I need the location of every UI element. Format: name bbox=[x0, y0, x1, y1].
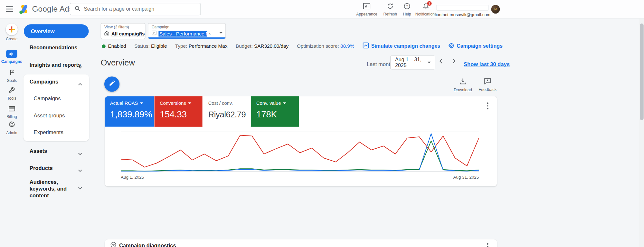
active-field-underline bbox=[148, 37, 225, 39]
campaigns-icon bbox=[6, 50, 17, 58]
feedback-button[interactable]: Feedback bbox=[478, 78, 497, 92]
scorecard-cost-per-conv[interactable]: Cost / conv. Riyal62.79 bbox=[203, 96, 251, 126]
campaign-list-icon bbox=[152, 30, 156, 36]
caret-down-icon bbox=[188, 103, 191, 104]
create-button[interactable]: Create bbox=[0, 24, 24, 41]
scorecard-actual-roas[interactable]: Actual ROAS 1,839.89% bbox=[105, 96, 154, 126]
settings-gear-icon bbox=[449, 43, 454, 50]
next-period-button[interactable] bbox=[452, 58, 456, 65]
download-icon bbox=[459, 78, 466, 86]
global-search[interactable] bbox=[70, 3, 201, 15]
billing-icon bbox=[8, 106, 15, 113]
rail-item-admin[interactable]: Admin bbox=[0, 121, 24, 135]
overview-chart-card: Actual ROAS 1,839.89% Conversions 154.33… bbox=[105, 96, 497, 186]
chevron-down-icon bbox=[78, 183, 82, 191]
period-label: Last month bbox=[367, 61, 393, 67]
main-menu-button[interactable] bbox=[6, 6, 13, 14]
chart-line-conv-value bbox=[121, 141, 479, 171]
x-axis-end-label: Aug 31, 2025 bbox=[430, 174, 479, 179]
caret-down-icon bbox=[139, 32, 142, 34]
campaign-selector-dropdown[interactable]: Campaign Sales - Performance Max › bbox=[148, 23, 226, 39]
overview-chart-svg bbox=[121, 132, 479, 172]
overview-chart-plot bbox=[121, 132, 479, 172]
optimization-score-field: Optimization score: 88.9% bbox=[297, 43, 355, 49]
view-filter-dropdown[interactable]: View (2 filters) All campaigns bbox=[100, 23, 145, 39]
avatar[interactable]: M bbox=[491, 5, 500, 14]
caret-down-icon bbox=[428, 62, 431, 63]
refresh-button[interactable]: Refresh bbox=[381, 2, 399, 17]
subnav-group-campaigns[interactable]: Campaigns bbox=[30, 79, 58, 85]
account-email: contact.mosawik@gmail.com bbox=[434, 12, 491, 17]
top-bar: Google Ads Appearance Refresh ? Help bbox=[0, 0, 644, 18]
subnav-item-audiences[interactable]: Audiences, keywords, and content bbox=[30, 179, 76, 199]
simulate-icon bbox=[363, 42, 369, 50]
appearance-button[interactable]: Appearance bbox=[354, 2, 379, 17]
diagnostics-more-options-button[interactable] bbox=[486, 242, 489, 247]
search-icon bbox=[74, 5, 80, 13]
rail-item-campaigns[interactable]: Campaigns bbox=[0, 50, 24, 64]
chevron-down-icon bbox=[78, 63, 82, 70]
chevron-up-icon bbox=[78, 80, 82, 87]
admin-gear-icon bbox=[8, 121, 15, 129]
left-rail: Create Campaigns Goals Tools Billing bbox=[0, 18, 24, 247]
simulate-campaign-changes-link[interactable]: Simulate campaign changes bbox=[363, 42, 440, 50]
chevron-down-icon bbox=[78, 166, 82, 173]
caret-down-icon bbox=[140, 103, 143, 104]
scorecard-row: Actual ROAS 1,839.89% Conversions 154.33… bbox=[105, 96, 299, 126]
appearance-icon bbox=[363, 3, 371, 11]
goals-icon bbox=[9, 69, 14, 77]
help-button[interactable]: ? Help bbox=[400, 2, 414, 17]
budget-field: Budget: SAR320.00/day bbox=[236, 43, 289, 49]
hamburger-icon bbox=[6, 6, 13, 13]
type-field: Type: Performance Max bbox=[175, 43, 228, 49]
svg-text:?: ? bbox=[406, 4, 408, 8]
scorecard-conversions[interactable]: Conversions 154.33 bbox=[154, 96, 203, 126]
rail-item-tools[interactable]: Tools bbox=[0, 87, 24, 100]
subnav-item-campaigns[interactable]: Campaigns bbox=[34, 95, 61, 102]
google-ads-logo-icon[interactable] bbox=[19, 4, 30, 16]
page-title: Overview bbox=[100, 58, 135, 67]
feedback-icon bbox=[484, 78, 491, 86]
home-icon bbox=[104, 31, 109, 37]
rail-item-goals[interactable]: Goals bbox=[0, 69, 24, 83]
help-icon: ? bbox=[404, 3, 410, 11]
subnav-item-insights[interactable]: Insights and reports bbox=[30, 62, 81, 68]
account-chip[interactable] bbox=[436, 5, 489, 11]
subnav-item-experiments[interactable]: Experiments bbox=[34, 129, 63, 135]
show-last-30-days-link[interactable]: Show last 30 days bbox=[464, 61, 510, 67]
create-plus-icon bbox=[6, 24, 18, 35]
enabled-status: Enabled bbox=[102, 43, 126, 49]
status-field: Status: Eligible bbox=[134, 43, 167, 49]
campaign-settings-link[interactable]: Campaign settings bbox=[449, 43, 503, 50]
chevron-down-icon bbox=[78, 149, 82, 157]
subnav-item-overview[interactable]: Overview bbox=[24, 24, 89, 38]
edit-fab-button[interactable] bbox=[104, 76, 119, 92]
rail-item-billing[interactable]: Billing bbox=[0, 106, 24, 119]
subnav-item-products[interactable]: Products bbox=[30, 165, 53, 171]
subnav-item-asset-groups[interactable]: Asset groups bbox=[34, 112, 65, 118]
caret-down-icon bbox=[219, 32, 223, 34]
scorecard-conv-value[interactable]: Conv. value 178K bbox=[251, 96, 299, 126]
notifications-icon: 1 bbox=[422, 3, 429, 12]
scrollbar-thumb[interactable] bbox=[640, 24, 643, 120]
enabled-status-dot bbox=[102, 44, 105, 48]
date-range-picker[interactable]: Aug 1 – 31, 2025 bbox=[390, 55, 435, 69]
refresh-icon bbox=[387, 3, 393, 11]
pencil-icon bbox=[109, 80, 115, 88]
google-ads-app: Google Ads Appearance Refresh ? Help bbox=[0, 0, 644, 247]
tools-icon bbox=[9, 87, 15, 94]
download-button[interactable]: Download bbox=[453, 78, 473, 92]
chevron-right-glyph: › bbox=[209, 31, 211, 36]
subnav-item-recommendations[interactable]: Recommendations bbox=[30, 44, 77, 51]
app-title: Google Ads bbox=[32, 5, 73, 14]
chart-more-options-button[interactable] bbox=[486, 101, 489, 111]
previous-period-button[interactable] bbox=[439, 58, 443, 65]
caret-down-icon bbox=[283, 103, 286, 104]
subnav-item-assets[interactable]: Assets bbox=[30, 148, 47, 154]
search-input[interactable] bbox=[84, 6, 196, 12]
diagnostics-title: Campaign diagnostics bbox=[119, 242, 176, 247]
campaign-diagnostics-card: Campaign diagnostics bbox=[105, 239, 497, 247]
x-axis-start-label: Aug 1, 2025 bbox=[121, 174, 144, 179]
selected-campaign-name: Sales - Performance Max bbox=[158, 31, 207, 36]
diagnostics-icon bbox=[110, 242, 116, 247]
